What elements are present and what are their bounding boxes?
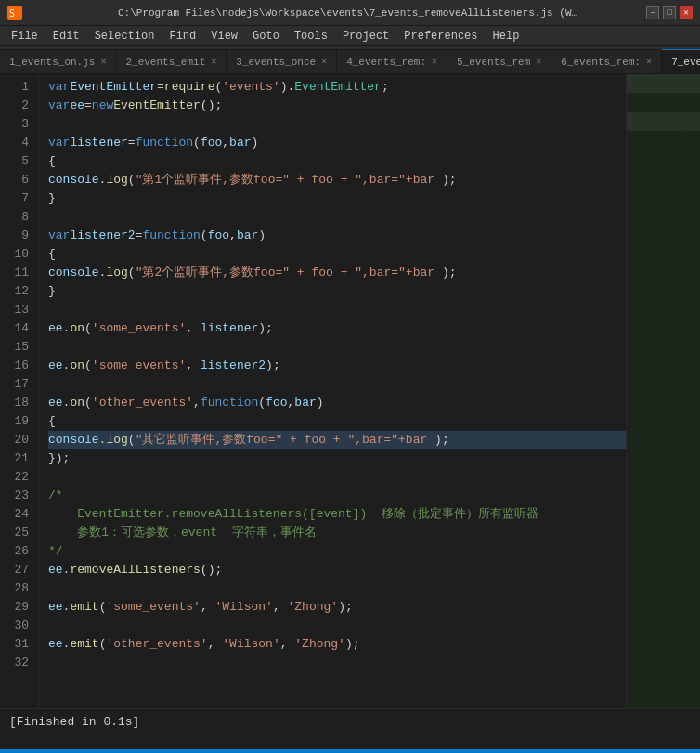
tab-label-5: 6_events_rem: [561,57,641,68]
code-line-8 [48,208,626,227]
code-line-12: } [48,282,626,301]
line-num-17: 17 [0,375,29,394]
line-num-32: 32 [0,654,29,672]
tab-5[interactable]: 6_events_rem:✕ [551,49,662,73]
line-num-21: 21 [0,449,29,468]
tab-close-4[interactable]: ✕ [536,58,541,67]
title-bar: S C:\Program Files\nodejs\Workspace\even… [0,0,700,26]
line-num-9: 9 [0,227,29,245]
line-num-15: 15 [0,338,29,357]
code-line-14: ee.on('some_events', listener); [48,319,626,338]
menu-item-goto[interactable]: Goto [245,26,287,45]
menu-item-preferences[interactable]: Preferences [396,26,485,45]
line-num-2: 2 [0,97,29,115]
line-num-7: 7 [0,189,29,208]
tab-close-1[interactable]: ✕ [211,58,216,67]
line-num-24: 24 [0,505,29,524]
tab-label-4: 5_events_rem [457,57,530,68]
tab-close-2[interactable]: ✕ [321,58,327,67]
code-line-1: var EventEmitter = require('events').Eve… [48,78,626,97]
code-line-15 [48,338,626,357]
window-controls[interactable]: – □ ✕ [646,6,693,19]
status-bar: Line 20, Column 47; Build finished Tab S… [0,749,700,753]
line-num-11: 11 [0,264,29,282]
line-num-12: 12 [0,282,29,301]
line-num-26: 26 [0,542,29,561]
tab-label-3: 4_events_rem: [346,57,426,68]
line-num-6: 6 [0,171,29,189]
code-line-30 [48,617,626,635]
tab-close-3[interactable]: ✕ [432,58,437,67]
maximize-button[interactable]: □ [663,6,676,19]
menu-item-file[interactable]: File [4,26,45,45]
code-line-19: { [48,412,626,431]
code-line-9: var listener2= function(foo,bar) [48,227,626,245]
menu-item-project[interactable]: Project [335,26,396,45]
tab-close-0[interactable]: ✕ [100,58,106,67]
line-num-18: 18 [0,394,29,412]
code-line-21: }); [48,449,626,468]
line-num-22: 22 [0,468,29,487]
menu-item-edit[interactable]: Edit [45,26,87,45]
editor: 1234567891011121314151617181920212223242… [0,74,700,708]
tab-1[interactable]: 2_events_emit✕ [116,49,227,73]
code-line-7: } [48,189,626,208]
tab-label-6: 7_events_remo [671,57,700,68]
tab-bar: 1_events_on.js✕2_events_emit✕3_events_on… [0,46,700,74]
code-line-27: ee.removeAllListeners(); [48,561,626,579]
tab-label-0: 1_events_on.js [9,57,95,68]
code-line-31: ee.emit('other_events', 'Wilson', 'Zhong… [48,635,626,654]
tab-close-5[interactable]: ✕ [646,58,652,67]
line-num-19: 19 [0,412,29,431]
code-line-16: ee.on('some_events', listener2); [48,357,626,375]
line-num-27: 27 [0,561,29,579]
code-line-32 [48,654,626,672]
line-num-14: 14 [0,319,29,338]
line-num-31: 31 [0,635,29,654]
line-num-1: 1 [0,78,29,97]
code-line-3 [48,115,626,134]
code-line-24: EventEmitter.removeAllListeners([event])… [48,505,626,524]
menu-bar: FileEditSelectionFindViewGotoToolsProjec… [0,26,700,46]
line-num-20: 20 [0,431,29,449]
line-num-25: 25 [0,524,29,542]
code-line-2: var ee = new EventEmitter(); [48,97,626,115]
output-panel: [Finished in 0.1s] [0,708,700,749]
minimap-content [627,74,700,708]
tab-label-1: 2_events_emit [125,57,205,68]
minimap[interactable] [626,74,700,708]
tab-2[interactable]: 3_events_once✕ [227,49,337,73]
code-area[interactable]: var EventEmitter = require('events').Eve… [39,74,626,708]
menu-item-tools[interactable]: Tools [287,26,335,45]
tab-label-2: 3_events_once [236,57,316,68]
app-icon: S [7,6,22,20]
code-line-11: console.log("第2个监听事件,参数foo=" + foo + ",b… [48,264,626,282]
tab-6[interactable]: 7_events_remo✕ [662,49,700,73]
line-num-30: 30 [0,617,29,635]
code-line-17 [48,375,626,394]
code-line-6: console.log("第1个监听事件,参数foo=" + foo + ",b… [48,171,626,189]
window-title: C:\Program Files\nodejs\Workspace\events… [118,7,582,19]
line-num-16: 16 [0,357,29,375]
code-line-23: /* [48,487,626,505]
line-numbers: 1234567891011121314151617181920212223242… [0,74,39,708]
tab-4[interactable]: 5_events_rem✕ [447,49,551,73]
line-num-29: 29 [0,598,29,617]
output-text: [Finished in 0.1s] [9,715,139,729]
code-line-18: ee.on('other_events',function(foo,bar) [48,394,626,412]
tab-3[interactable]: 4_events_rem:✕ [337,49,447,73]
line-num-28: 28 [0,579,29,598]
line-num-8: 8 [0,208,29,227]
menu-item-help[interactable]: Help [486,26,527,45]
menu-item-view[interactable]: View [203,26,245,45]
tab-0[interactable]: 1_events_on.js✕ [0,49,116,73]
menu-item-selection[interactable]: Selection [87,26,162,45]
code-line-28 [48,579,626,598]
menu-item-find[interactable]: Find [162,26,203,45]
close-button[interactable]: ✕ [680,6,693,19]
code-line-29: ee.emit('some_events', 'Wilson', 'Zhong'… [48,598,626,617]
code-line-25: 参数1：可选参数，event 字符串，事件名 [48,524,626,542]
minimize-button[interactable]: – [646,6,659,19]
code-line-20: console.log("其它监听事件,参数foo=" + foo + ",ba… [48,431,626,449]
line-num-10: 10 [0,245,29,264]
